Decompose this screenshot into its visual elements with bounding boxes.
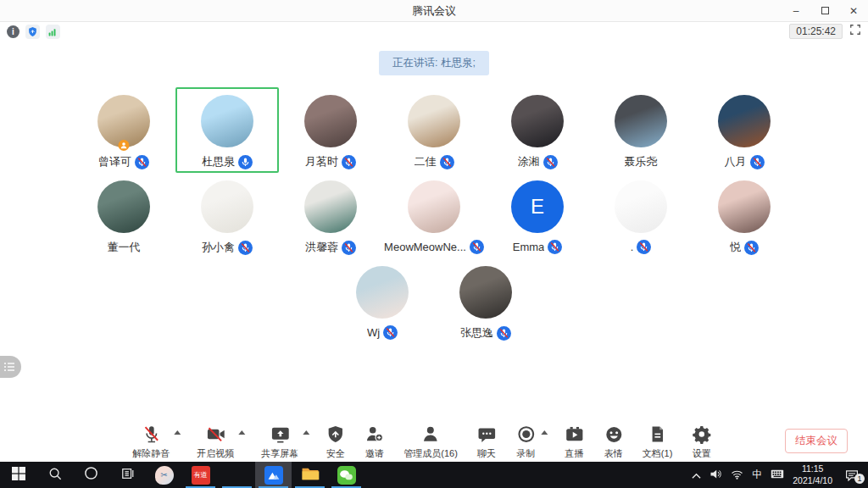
live-icon	[564, 423, 585, 446]
tray-chevron-up-icon[interactable]	[692, 468, 701, 483]
toolbar-emoji-button[interactable]: 表情	[604, 423, 624, 460]
meeting-app-icon	[264, 466, 283, 485]
status-right: 01:25:42	[789, 24, 861, 39]
window-title: 腾讯会议	[0, 3, 868, 19]
mic-muted-icon[interactable]	[470, 240, 484, 254]
mic-muted-icon[interactable]	[238, 241, 253, 255]
network-signal-icon[interactable]	[46, 25, 60, 39]
minimize-button[interactable]: –	[782, 0, 810, 21]
toolbar-chat-label: 聊天	[477, 447, 496, 460]
participant-tile[interactable]: 二佳	[382, 87, 486, 173]
participant-name-row: 洪馨蓉	[305, 240, 356, 255]
participant-tile[interactable]: 杜思泉	[175, 87, 279, 173]
member-list-handle[interactable]	[0, 356, 21, 378]
volume-icon[interactable]	[709, 468, 722, 483]
info-icon[interactable]: i	[7, 25, 19, 38]
participant-name-row: 二佳	[415, 154, 454, 169]
taskbar-app-wechat[interactable]	[328, 462, 364, 488]
expand-caret-icon[interactable]	[541, 430, 548, 435]
mic-muted-icon[interactable]	[135, 155, 149, 169]
action-center-icon[interactable]: 1	[841, 469, 863, 481]
toolbar-security-button[interactable]: 安全	[326, 423, 345, 460]
taskbar-apps: ✂有道	[0, 462, 364, 488]
task-view-button[interactable]	[109, 462, 146, 488]
youdao-app-icon: 有道	[192, 466, 210, 485]
participant-tile[interactable]: 涂湘	[486, 87, 589, 173]
participant-grid: 曾译可杜思泉月茗时二佳涂湘聂乐尧八月董一代孙小禽洪馨蓉MeowMeowNe...…	[70, 87, 798, 344]
expand-caret-icon[interactable]	[174, 430, 181, 435]
wifi-icon[interactable]	[731, 468, 743, 483]
mic-muted-icon[interactable]	[342, 155, 356, 169]
participant-tile[interactable]: 董一代	[72, 173, 175, 258]
participant-tile[interactable]: 月茗时	[279, 87, 382, 173]
mic-muted-icon[interactable]	[497, 326, 511, 341]
participant-name-row: 悦	[730, 240, 759, 255]
participant-avatar	[615, 180, 667, 233]
cortana-button[interactable]	[73, 462, 109, 488]
toolbar-members-button[interactable]: 管理成员(16)	[403, 423, 458, 460]
meeting-statusbar: i 01:25:42	[0, 22, 868, 41]
toolbar-invite-button[interactable]: 邀请	[364, 423, 385, 460]
mic-on-icon[interactable]	[238, 155, 253, 169]
maximize-button[interactable]	[810, 0, 839, 21]
participant-name: Emma	[513, 241, 545, 253]
taskbar-app-youdao[interactable]: 有道	[182, 462, 219, 488]
mic-muted-icon[interactable]	[548, 240, 562, 254]
participant-tile[interactable]: 八月	[693, 87, 796, 173]
security-shield-icon[interactable]	[25, 25, 40, 39]
toolbar-record-button[interactable]: 录制	[515, 423, 537, 460]
participant-name-row: 董一代	[108, 240, 141, 255]
toolbar-settings-label: 设置	[693, 447, 711, 460]
meeting-toolbar: 解除静音开启视频共享屏幕安全邀请管理成员(16)聊天录制直播表情文档(1)设置	[132, 423, 712, 460]
expand-caret-icon[interactable]	[238, 430, 245, 435]
toolbar-start-video-label: 开启视频	[197, 447, 234, 460]
participant-tile[interactable]: 聂乐尧	[589, 87, 693, 173]
participant-name-row: Emma	[513, 240, 563, 254]
touch-keyboard-icon[interactable]	[771, 468, 784, 483]
mic-muted-icon[interactable]	[637, 240, 651, 254]
participant-name-row: 杜思泉	[202, 154, 253, 169]
participant-avatar	[511, 95, 564, 147]
toolbar-settings-button[interactable]: 设置	[691, 423, 712, 460]
toolbar-docs-button[interactable]: 文档(1)	[643, 423, 672, 460]
taskbar-app-snip[interactable]: ✂	[146, 462, 182, 488]
mic-muted-icon[interactable]	[383, 325, 398, 340]
mic-muted-icon[interactable]	[440, 155, 454, 169]
participant-tile[interactable]: MeowMeowNe...	[382, 173, 486, 258]
toolbar-share-screen-button[interactable]: 共享屏幕	[261, 423, 298, 460]
participant-tile[interactable]: EEmma	[486, 173, 589, 258]
ime-indicator[interactable]: 中	[752, 468, 762, 482]
mic-muted-icon[interactable]	[750, 155, 765, 169]
fullscreen-icon[interactable]	[849, 24, 861, 39]
participant-name-row: MeowMeowNe...	[384, 240, 484, 254]
toolbar-unmute-button[interactable]: 解除静音	[132, 423, 170, 460]
participant-name: 悦	[730, 240, 741, 255]
expand-caret-icon[interactable]	[303, 430, 309, 435]
start-button[interactable]	[0, 462, 36, 488]
participant-name-row: .	[631, 240, 652, 254]
search-button[interactable]	[36, 462, 73, 488]
participant-tile[interactable]: 悦	[693, 173, 796, 258]
record-icon	[515, 423, 537, 446]
participant-tile[interactable]: .	[589, 173, 693, 258]
taskbar-app-meeting[interactable]	[255, 462, 292, 488]
taskbar-app-explorer[interactable]	[292, 462, 328, 488]
participant-tile[interactable]: 洪馨蓉	[279, 173, 382, 258]
toolbar-chat-button[interactable]: 聊天	[476, 423, 497, 460]
mic-muted-icon[interactable]	[342, 241, 356, 255]
participant-tile[interactable]: Wj	[331, 258, 434, 344]
participant-avatar	[615, 95, 667, 147]
toolbar-live-button[interactable]: 直播	[564, 423, 585, 460]
taskbar-clock[interactable]: 11:15 2021/4/10	[793, 463, 832, 485]
toolbar-docs-label: 文档(1)	[643, 447, 672, 460]
taskbar-app-photos[interactable]	[219, 462, 255, 488]
mic-muted-icon[interactable]	[543, 155, 558, 169]
participant-tile[interactable]: 孙小禽	[175, 173, 279, 258]
toolbar-start-video-button[interactable]: 开启视频	[197, 423, 234, 460]
mic-muted-icon[interactable]	[744, 241, 759, 255]
participant-tile[interactable]: 曾译可	[72, 87, 175, 173]
participant-name: 二佳	[415, 154, 437, 169]
end-meeting-button[interactable]: 结束会议	[785, 429, 848, 453]
participant-tile[interactable]: 张思逸	[434, 258, 537, 344]
close-button[interactable]: ✕	[839, 0, 868, 21]
